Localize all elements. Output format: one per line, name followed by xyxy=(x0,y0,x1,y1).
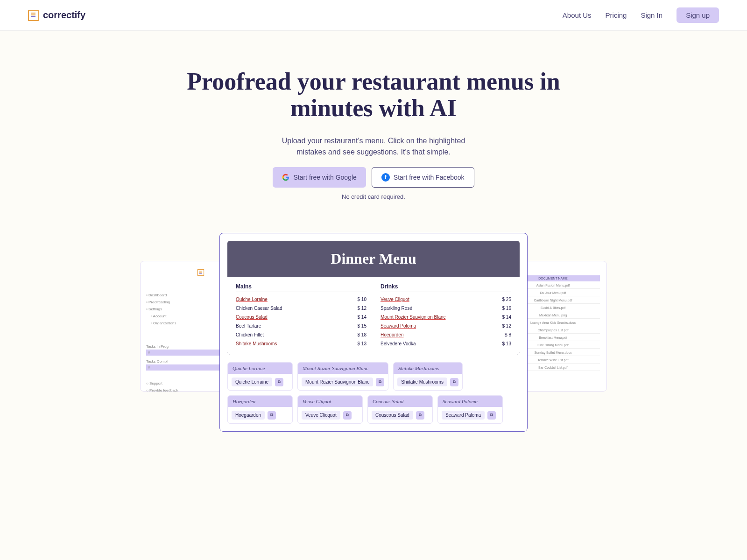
menu-item-name[interactable]: Seaward Poloma xyxy=(381,323,416,329)
nav-signin[interactable]: Sign In xyxy=(641,11,662,19)
correction-right: Seaward Paloma xyxy=(442,411,485,420)
menu-item-name[interactable]: Mount Rozier Sauvignion Blanc xyxy=(381,315,446,320)
menu-item-name: Belvedere Vodka xyxy=(381,341,416,346)
logo[interactable]: correctify xyxy=(28,10,85,21)
menu-item: Belvedere Vodka$ 13 xyxy=(381,339,511,348)
menu-item: Hoegarden$ 8 xyxy=(381,330,511,339)
menu-item: Shitake Mushrooms$ 13 xyxy=(236,339,366,348)
correction-wrong: Mount Rozier Sauvignion Blanc xyxy=(298,363,388,374)
copy-icon[interactable]: ⧉ xyxy=(376,378,384,386)
hero-title: Proofread your restaurant menus in minut… xyxy=(187,68,560,121)
correction-wrong: Quiche Loraine xyxy=(228,363,292,374)
menu-item-name[interactable]: Shitake Mushrooms xyxy=(236,341,277,346)
top-nav: About Us Pricing Sign In Sign up xyxy=(563,7,719,23)
menu-item: Coucous Salad$ 14 xyxy=(236,313,366,322)
correction-right: Mount Rozier Sauvignon Blanc xyxy=(302,378,373,386)
menu-item: Sparkling Rosé$ 16 xyxy=(381,304,511,313)
correction-card: Seaward PolomaSeaward Paloma⧉ xyxy=(437,395,503,424)
correction-card: Shitake MushroomsShiitake Mushrooms⧉ xyxy=(393,362,463,391)
cta-buttons: Start free with Google f Start free with… xyxy=(9,167,738,188)
nav-pricing[interactable]: Pricing xyxy=(606,11,627,19)
menu-header: Dinner Menu xyxy=(227,241,520,277)
menu-item: Quiche Loraine$ 10 xyxy=(236,295,366,304)
signup-button[interactable]: Sign up xyxy=(677,7,719,23)
brand-name: correctify xyxy=(43,10,85,21)
menu-item-name: Chicken Fillet xyxy=(236,332,264,337)
menu-card: Dinner Menu MainsQuiche Loraine$ 10Chick… xyxy=(227,241,520,355)
header: correctify About Us Pricing Sign In Sign… xyxy=(0,0,747,31)
menu-item-price: $ 15 xyxy=(358,323,366,329)
correction-body: Shiitake Mushrooms⧉ xyxy=(394,374,462,390)
google-icon xyxy=(282,174,289,181)
hero: Proofread your restaurant menus in minut… xyxy=(0,31,747,214)
correction-card: Mount Rozier Sauvignion BlancMount Rozie… xyxy=(297,362,388,391)
menu-item: Veuve Cliquot$ 25 xyxy=(381,295,511,304)
menu-item-price: $ 16 xyxy=(502,306,511,311)
menu-item-price: $ 10 xyxy=(358,297,366,302)
correction-wrong: Veuve Cliquot xyxy=(298,396,362,407)
correction-body: Couscous Salad⧉ xyxy=(368,407,432,423)
correction-card: HoegardenHoegaarden⧉ xyxy=(227,395,293,424)
menu-item: Chicken Fillet$ 18 xyxy=(236,330,366,339)
menu-item-name[interactable]: Hoegarden xyxy=(381,332,403,337)
menu-item: Beef Tartare$ 15 xyxy=(236,322,366,330)
correction-right: Couscous Salad xyxy=(372,411,413,420)
menu-item-price: $ 25 xyxy=(502,297,511,302)
correction-wrong: Coucous Salad xyxy=(368,396,432,407)
menu-item-name[interactable]: Quiche Loraine xyxy=(236,297,268,302)
main-preview: Dinner Menu MainsQuiche Loraine$ 10Chick… xyxy=(219,233,528,432)
start-google-button[interactable]: Start free with Google xyxy=(273,167,366,188)
menu-col-heading: Drinks xyxy=(381,283,511,292)
menu-item: Chicken Caesar Salad$ 12 xyxy=(236,304,366,313)
copy-icon[interactable]: ⧉ xyxy=(275,378,283,386)
menu-item-name: Sparkling Rosé xyxy=(381,306,412,311)
preview-container: Let's proofre▫ Dashboard▫ Proofreading▫ … xyxy=(140,233,607,432)
correction-right: Quiche Lorraine xyxy=(232,378,272,386)
logo-icon xyxy=(28,10,39,21)
menu-item-price: $ 18 xyxy=(358,332,366,337)
mini-logo-icon xyxy=(197,269,204,276)
hero-subtitle: Upload your restaurant's menu. Click on … xyxy=(271,135,476,158)
menu-item-price: $ 12 xyxy=(358,306,366,311)
no-credit-text: No credit card required. xyxy=(9,193,738,200)
nav-about[interactable]: About Us xyxy=(563,11,592,19)
menu-item-price: $ 14 xyxy=(502,315,511,320)
correction-right: Shiitake Mushrooms xyxy=(397,378,447,386)
menu-item-price: $ 13 xyxy=(358,341,366,346)
correction-wrong: Shitake Mushrooms xyxy=(394,363,462,374)
correction-card: Veuve CliquotVeuve Clicquot⧉ xyxy=(297,395,363,424)
menu-body: MainsQuiche Loraine$ 10Chicken Caesar Sa… xyxy=(227,277,520,355)
correction-card: Quiche LoraineQuiche Lorraine⧉ xyxy=(227,362,293,391)
menu-item-name: Beef Tartare xyxy=(236,323,261,329)
correction-body: Quiche Lorraine⧉ xyxy=(228,374,292,390)
correction-wrong: Seaward Poloma xyxy=(438,396,502,407)
menu-column: DrinksVeuve Cliquot$ 25Sparkling Rosé$ 1… xyxy=(381,283,511,348)
correction-body: Mount Rozier Sauvignon Blanc⧉ xyxy=(298,374,388,390)
menu-item-name: Chicken Caesar Salad xyxy=(236,306,282,311)
facebook-btn-label: Start free with Facebook xyxy=(394,174,465,181)
menu-column: MainsQuiche Loraine$ 10Chicken Caesar Sa… xyxy=(236,283,366,348)
menu-item-price: $ 8 xyxy=(505,332,511,337)
corrections-list: Quiche LoraineQuiche Lorraine⧉Mount Rozi… xyxy=(227,362,520,424)
copy-icon[interactable]: ⧉ xyxy=(268,411,276,420)
correction-wrong: Hoegarden xyxy=(228,396,292,407)
correction-right: Hoegaarden xyxy=(232,411,265,420)
correction-right: Veuve Clicquot xyxy=(302,411,340,420)
menu-item-price: $ 12 xyxy=(502,323,511,329)
menu-item: Seaward Poloma$ 12 xyxy=(381,322,511,330)
correction-body: Hoegaarden⧉ xyxy=(228,407,292,423)
copy-icon[interactable]: ⧉ xyxy=(343,411,352,420)
menu-item-name[interactable]: Veuve Cliquot xyxy=(381,297,409,302)
correction-body: Seaward Paloma⧉ xyxy=(438,407,502,423)
google-btn-label: Start free with Google xyxy=(293,174,356,181)
start-facebook-button[interactable]: f Start free with Facebook xyxy=(372,167,474,188)
menu-item: Mount Rozier Sauvignion Blanc$ 14 xyxy=(381,313,511,322)
copy-icon[interactable]: ⧉ xyxy=(416,411,424,420)
menu-item-price: $ 14 xyxy=(358,315,366,320)
correction-card: Coucous SaladCouscous Salad⧉ xyxy=(367,395,433,424)
facebook-icon: f xyxy=(381,173,390,182)
menu-item-name[interactable]: Coucous Salad xyxy=(236,315,268,320)
copy-icon[interactable]: ⧉ xyxy=(487,411,496,420)
menu-title: Dinner Menu xyxy=(237,250,510,267)
copy-icon[interactable]: ⧉ xyxy=(450,378,458,386)
